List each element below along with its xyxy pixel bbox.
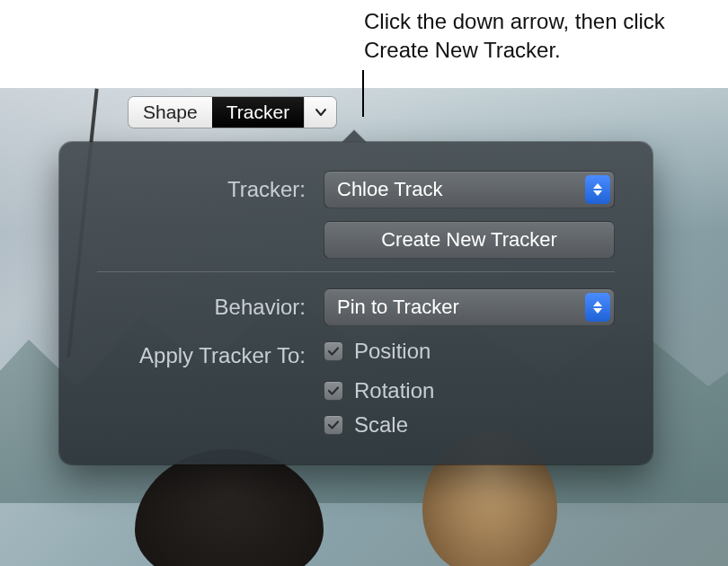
- tracker-select[interactable]: Chloe Track: [324, 171, 615, 208]
- behavior-label: Behavior:: [97, 295, 324, 320]
- tracker-tab[interactable]: Tracker: [212, 97, 304, 128]
- behavior-select[interactable]: Pin to Tracker: [324, 288, 615, 326]
- create-new-tracker-button[interactable]: Create New Tracker: [324, 221, 615, 259]
- scale-checkbox-label: Scale: [354, 412, 408, 438]
- position-checkbox[interactable]: [324, 341, 343, 361]
- shape-tab[interactable]: Shape: [129, 97, 212, 128]
- rotation-checkbox-label: Rotation: [354, 378, 434, 403]
- rotation-checkbox[interactable]: [324, 381, 343, 401]
- checkmark-icon: [326, 418, 341, 432]
- behavior-select-value: Pin to Tracker: [337, 296, 459, 319]
- divider: [97, 271, 615, 272]
- apply-tracker-to-label: Apply Tracker To:: [97, 343, 324, 368]
- tracker-label: Tracker:: [97, 177, 324, 202]
- instruction-caption: Click the down arrow, then click Create …: [364, 5, 715, 69]
- segmented-dropdown-button[interactable]: [304, 97, 336, 128]
- callout-line: [362, 70, 364, 117]
- viewport: Shape Tracker Tracker: Chloe Track: [0, 88, 728, 566]
- checkmark-icon: [326, 384, 341, 398]
- scale-checkbox[interactable]: [324, 415, 343, 435]
- select-stepper-icon: [585, 293, 610, 322]
- mode-segmented-control[interactable]: Shape Tracker: [129, 97, 336, 128]
- select-stepper-icon: [585, 175, 610, 204]
- chevron-down-icon: [315, 106, 327, 119]
- tracker-select-value: Chloe Track: [337, 178, 442, 201]
- position-checkbox-label: Position: [354, 339, 431, 364]
- tracker-popover: Tracker: Chloe Track Create New Tracker …: [59, 142, 653, 464]
- checkmark-icon: [326, 344, 341, 358]
